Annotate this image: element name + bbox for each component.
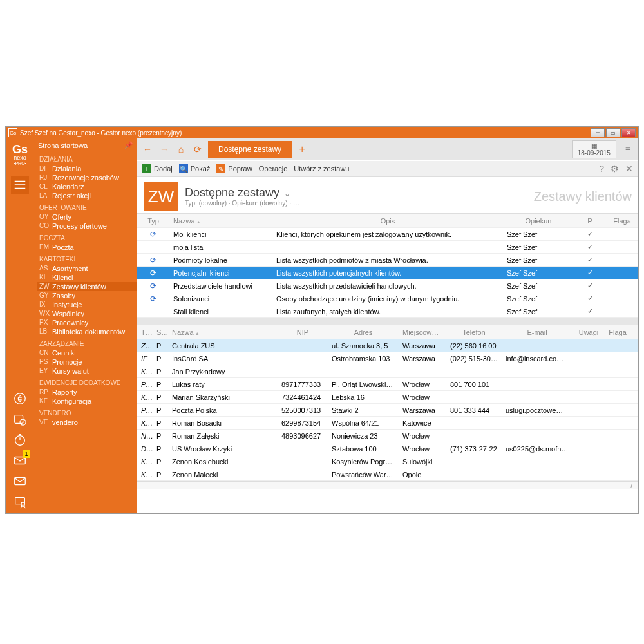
col2-t[interactable]: T… bbox=[137, 328, 153, 336]
close-button[interactable]: ✕ bbox=[621, 128, 636, 137]
col-opis[interactable]: Opis bbox=[272, 217, 503, 225]
refresh-nav-icon[interactable]: ⟳ bbox=[191, 143, 204, 156]
sidebar-item[interactable]: IXInstytucje bbox=[37, 300, 137, 309]
operations-menu[interactable]: Operacje bbox=[259, 165, 288, 173]
mail-badge-icon[interactable]: 1 bbox=[11, 451, 29, 469]
table-row[interactable]: Z…PCentrala ZUSul. Szamocka 3, 5Warszawa… bbox=[137, 339, 638, 352]
table-row[interactable]: Stali klienciLista zaufanych, stałych kl… bbox=[137, 305, 638, 318]
sidebar-item[interactable]: LARejestr akcji bbox=[37, 191, 137, 200]
col2-uwagi[interactable]: Uwagi bbox=[573, 328, 605, 336]
sidebar-item[interactable]: GYZasoby bbox=[37, 291, 137, 300]
col2-tel[interactable]: Telefon bbox=[446, 328, 502, 336]
table-row[interactable]: N…PRoman Załęski4893096627Noniewicza 23W… bbox=[137, 430, 638, 442]
col-nazwa[interactable]: Nazwa▲ bbox=[169, 217, 272, 225]
clock-calendar-icon[interactable] bbox=[11, 410, 29, 428]
add-button[interactable]: +Dodaj bbox=[142, 164, 173, 173]
cert-icon[interactable] bbox=[11, 493, 29, 511]
col2-email[interactable]: E-mail bbox=[502, 328, 573, 336]
close-panel-icon[interactable]: ✕ bbox=[625, 164, 633, 174]
sidebar-item[interactable]: KFKonfiguracja bbox=[37, 397, 137, 406]
titlebar[interactable]: Gs Szef Szef na Gestor_nexo - Gestor nex… bbox=[6, 127, 638, 138]
show-button[interactable]: 🔍Pokaż bbox=[179, 164, 211, 173]
icon-rail: Gs nexo •PRO• 1 bbox=[6, 138, 34, 513]
menu-icon[interactable] bbox=[11, 176, 29, 194]
clients-grid[interactable]: T… St… Nazwa▲ NIP Adres Miejscowość Tele… bbox=[137, 325, 638, 481]
calendar-icon: ▦ bbox=[578, 142, 611, 149]
table-row[interactable]: K…PZenon KosiebuckiKosynierów Pogran…Sul… bbox=[137, 455, 638, 468]
col2-flaga[interactable]: Flaga bbox=[605, 328, 630, 336]
forward-icon[interactable]: → bbox=[158, 143, 171, 156]
add-tab-icon[interactable]: + bbox=[296, 143, 308, 156]
col2-st[interactable]: St… bbox=[153, 328, 168, 336]
table-row[interactable]: ⟳Przedstawiciele handlowiLista wszystkic… bbox=[137, 279, 638, 292]
splitter[interactable] bbox=[137, 318, 638, 325]
page-heading: ZW Dostępne zestawy ⌄ Typ: (dowolny) · O… bbox=[137, 177, 638, 213]
sidebar-item[interactable]: RPRaporty bbox=[37, 388, 137, 397]
col-flaga[interactable]: Flaga bbox=[606, 217, 638, 225]
table-row[interactable]: K…PJan Przykładowy bbox=[137, 365, 638, 378]
overflow-menu-icon[interactable]: ≡ bbox=[621, 144, 634, 155]
sidebar-item[interactable]: EYKursy walut bbox=[37, 366, 137, 375]
sidebar-item-label: Promocje bbox=[52, 358, 82, 366]
col2-nazwa[interactable]: Nazwa▲ bbox=[168, 328, 278, 336]
sidebar-group-head: DZIAŁANIA bbox=[37, 155, 137, 164]
sidebar-item[interactable]: EMPoczta bbox=[37, 243, 137, 252]
table-row[interactable]: P…PLukas raty8971777333Pl. Orląt Lwowski… bbox=[137, 378, 638, 391]
col2-miejsc[interactable]: Miejscowość bbox=[399, 328, 446, 336]
settings-icon[interactable]: ⚙ bbox=[611, 164, 619, 174]
col2-nip[interactable]: NIP bbox=[278, 328, 328, 336]
watermark: Zestawy klientów bbox=[534, 189, 632, 204]
col-opiekun[interactable]: Opiekun bbox=[503, 217, 574, 225]
sidebar-item[interactable]: WXWspólnicy bbox=[37, 309, 137, 318]
table-row[interactable]: K…PRoman Bosacki6299873154Wspólna 64/21K… bbox=[137, 417, 638, 430]
sidebar-item[interactable]: OYOferty bbox=[37, 213, 137, 222]
date-picker[interactable]: ▦ 18-09-2015 bbox=[572, 140, 616, 158]
table-row[interactable]: ⟳Potencjalni klienciLista wszystkich pot… bbox=[137, 267, 638, 279]
col-typ[interactable]: Typ bbox=[137, 217, 169, 225]
home-icon[interactable]: ⌂ bbox=[175, 143, 187, 156]
sidebar-item[interactable]: RJRezerwacje zasobów bbox=[37, 173, 137, 182]
help-icon[interactable]: ? bbox=[599, 164, 604, 174]
sidebar-item[interactable]: LBBiblioteka dokumentów bbox=[37, 327, 137, 336]
sidebar-item[interactable]: CLKalendarz bbox=[37, 182, 137, 191]
table-row[interactable]: K…PZenon MałeckiPowstańców Warsz…Opole bbox=[137, 468, 638, 481]
stopwatch-icon[interactable] bbox=[11, 431, 29, 449]
table-row[interactable]: moja listaSzef Szef✓ bbox=[137, 241, 638, 254]
maximize-button[interactable]: ▭ bbox=[606, 128, 620, 137]
sidebar-item[interactable]: PSPromocje bbox=[37, 357, 137, 366]
mail-icon[interactable] bbox=[11, 472, 29, 490]
sidebar-start[interactable]: Strona startowa bbox=[38, 142, 88, 149]
table-row[interactable]: ⟳Podmioty lokalneLista wszystkich podmio… bbox=[137, 254, 638, 267]
table-row[interactable]: ⟳SolenizanciOsoby obchodzące urodziny (i… bbox=[137, 292, 638, 305]
sidebar: Strona startowa 📌 DZIAŁANIADIDziałaniaRJ… bbox=[34, 138, 137, 513]
euro-icon[interactable] bbox=[11, 390, 29, 408]
fix-button[interactable]: ✎Popraw bbox=[216, 164, 252, 173]
table-row[interactable]: IFPInsCard SAOstrobramska 103Warszawa(02… bbox=[137, 352, 638, 365]
table-row[interactable]: D…PUS Wrocław KrzykiSztabowa 100Wrocław(… bbox=[137, 442, 638, 455]
sidebar-item[interactable]: KLKlienci bbox=[37, 273, 137, 282]
table-row[interactable]: K…PMarian Skarżyński7324461424Łebska 16W… bbox=[137, 391, 638, 404]
table-row[interactable]: ⟳Moi klienciKlienci, których opiekunem j… bbox=[137, 228, 638, 241]
sidebar-item[interactable]: VEvendero bbox=[37, 418, 137, 427]
sidebar-item[interactable]: ZWZestawy klientów bbox=[37, 282, 137, 291]
tab-active[interactable]: Dostępne zestawy bbox=[208, 141, 292, 158]
page-title[interactable]: Dostępne zestawy ⌄ bbox=[185, 186, 299, 200]
sidebar-item[interactable]: ASAsortyment bbox=[37, 264, 137, 273]
minimize-button[interactable]: ━ bbox=[591, 128, 605, 137]
sidebar-item[interactable]: DIDziałania bbox=[37, 164, 137, 173]
sets-grid[interactable]: Typ Nazwa▲ Opis Opiekun P Flaga ⟳Moi kli… bbox=[137, 213, 638, 318]
sidebar-item[interactable]: PXPracownicy bbox=[37, 318, 137, 327]
svg-point-0 bbox=[15, 393, 26, 404]
sidebar-item-label: Pracownicy bbox=[52, 319, 88, 327]
create-from-set-button[interactable]: Utwórz z zestawu bbox=[294, 165, 349, 173]
col-p[interactable]: P bbox=[574, 217, 606, 225]
filter-summary[interactable]: Typ: (dowolny) · Opiekun: (dowolny) · … bbox=[185, 200, 299, 207]
sidebar-item[interactable]: COProcesy ofertowe bbox=[37, 222, 137, 231]
sidebar-item[interactable]: CNCenniki bbox=[37, 348, 137, 357]
sidebar-item-label: Kalendarz bbox=[52, 183, 84, 191]
table-row[interactable]: P…PPoczta Polska5250007313Stawki 2Warsza… bbox=[137, 404, 638, 417]
back-icon[interactable]: ← bbox=[141, 143, 154, 156]
window-title: Szef Szef na Gestor_nexo - Gestor nexo (… bbox=[20, 129, 589, 137]
col2-adres[interactable]: Adres bbox=[328, 328, 399, 336]
pin-icon[interactable]: 📌 bbox=[124, 141, 133, 149]
